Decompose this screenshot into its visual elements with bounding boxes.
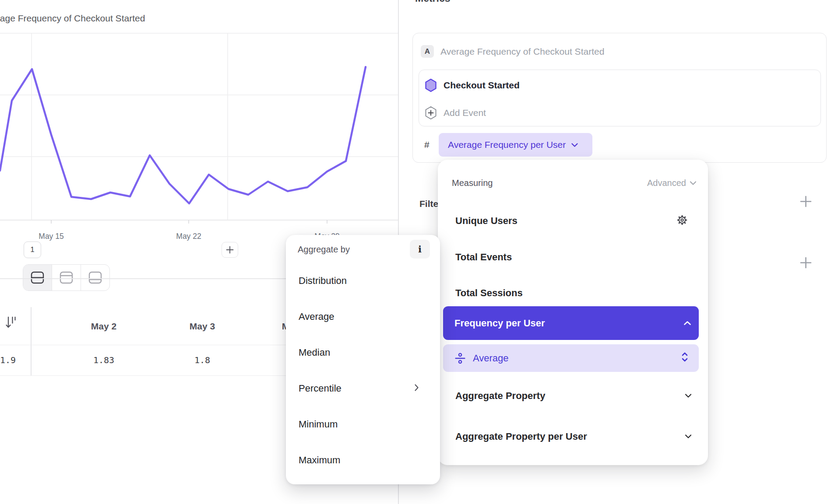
sub-option-label: Average <box>473 353 509 364</box>
add-button[interactable] <box>222 242 238 258</box>
metrics-section-heading: Metrics <box>415 0 451 4</box>
frequency-line[interactable] <box>0 67 366 203</box>
measurement-dropdown-label: Average Frequency per User <box>448 140 566 150</box>
menu-item-frequency-per-user-selected[interactable]: Frequency per User <box>443 306 699 340</box>
analytics-insights-screen: Average Frequency of Checkout Started Ma… <box>0 0 831 504</box>
metric-title[interactable]: Average Frequency of Checkout Started <box>440 46 604 57</box>
menu-item-percentile[interactable]: Percentile <box>299 383 342 394</box>
metric-builder-card: A Average Frequency of Checkout Started … <box>412 33 827 163</box>
chevron-down-icon <box>690 181 697 185</box>
chevron-down-icon[interactable] <box>685 392 692 400</box>
x-tick-label: May 15 <box>39 232 63 241</box>
add-event-button[interactable]: Add Event <box>444 108 486 118</box>
advanced-mode-toggle[interactable]: Advanced <box>647 178 697 188</box>
menu-item-distribution[interactable]: Distribution <box>299 275 347 287</box>
numeric-measure-icon: # <box>424 140 430 150</box>
table-cell-value: 1.83 <box>93 355 114 365</box>
info-icon[interactable]: i <box>410 240 430 259</box>
plus-icon <box>800 257 812 269</box>
menu-item-minimum[interactable]: Minimum <box>299 419 338 430</box>
up-down-chevrons-icon <box>681 352 688 364</box>
event-name[interactable]: Checkout Started <box>444 80 520 91</box>
chevron-down-icon[interactable] <box>685 433 692 441</box>
menu-item-aggregate-property[interactable]: Aggregate Property <box>455 390 545 402</box>
measuring-dropdown-panel: Measuring Advanced Unique Users Total Ev… <box>438 160 708 465</box>
plus-icon <box>226 246 234 254</box>
advanced-mode-label: Advanced <box>647 178 686 188</box>
selected-option-label: Frequency per User <box>454 318 545 329</box>
table-header-cell[interactable]: May 2 <box>91 321 116 332</box>
measurement-dropdown[interactable]: Average Frequency per User <box>439 133 592 157</box>
menu-item-unique-users[interactable]: Unique Users <box>455 215 518 227</box>
chevron-down-icon <box>571 143 578 147</box>
series-count-badge[interactable]: 1 <box>24 242 41 258</box>
menu-item-aggregate-property-per-user[interactable]: Aggregate Property per User <box>455 431 587 442</box>
measuring-label: Measuring <box>452 178 493 188</box>
layout-toggle-chart[interactable] <box>52 265 81 290</box>
table-header-cell[interactable]: May 3 <box>190 321 215 332</box>
menu-item-average[interactable]: Average <box>299 311 335 322</box>
menu-item-maximum[interactable]: Maximum <box>299 455 340 466</box>
aggregate-by-flyout-menu: Aggregate by i Distribution Average Medi… <box>286 235 440 484</box>
chevron-up-icon <box>683 319 691 327</box>
layout-top-icon <box>60 271 73 284</box>
frequency-line-chart <box>0 0 398 245</box>
divide-icon <box>454 353 466 364</box>
layout-bottom-icon <box>88 271 102 284</box>
x-tick-label: May 22 <box>176 232 201 241</box>
layout-split-icon <box>31 271 44 284</box>
table-cell-value: 1.9 <box>0 355 16 365</box>
table-cell-value: 1.8 <box>194 355 210 365</box>
chevron-right-icon <box>414 384 419 393</box>
hexagon-icon <box>425 78 437 94</box>
event-list-box: Checkout Started Add Event <box>419 70 821 126</box>
metric-letter-badge: A <box>421 45 434 58</box>
menu-item-total-sessions[interactable]: Total Sessions <box>455 287 523 299</box>
menu-item-median[interactable]: Median <box>299 347 330 358</box>
add-breakdown-button[interactable] <box>800 257 812 270</box>
gear-icon[interactable] <box>676 214 688 228</box>
aggregate-by-label: Aggregate by <box>298 245 350 255</box>
layout-toggle-table[interactable] <box>81 265 109 290</box>
add-event-hexagon-icon <box>425 106 437 122</box>
layout-toggle-split[interactable] <box>23 265 52 290</box>
sort-button[interactable] <box>5 316 17 331</box>
plus-icon <box>800 196 812 207</box>
sort-descending-icon <box>5 316 17 329</box>
add-filter-button[interactable] <box>800 196 812 209</box>
menu-item-average-sub-option[interactable]: Average <box>443 344 699 372</box>
layout-toggle-group <box>23 264 110 291</box>
table-column-divider <box>31 307 32 375</box>
menu-item-total-events[interactable]: Total Events <box>455 252 512 263</box>
